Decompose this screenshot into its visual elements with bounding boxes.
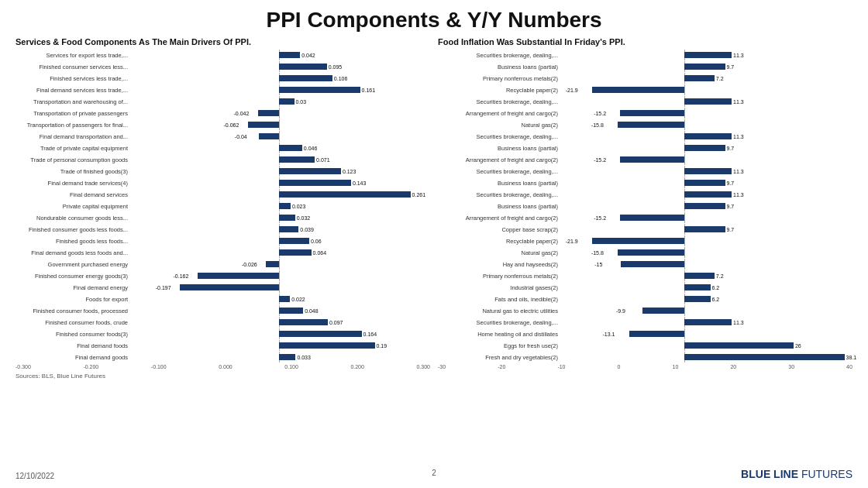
bar-label: Transportation and warehousing of...: [16, 98, 128, 105]
bar-row: Natural gas(2)-15.8: [438, 247, 852, 258]
bar-label: Natural gas to electric utilities: [438, 308, 558, 314]
bar-value-label: 11.3: [733, 192, 744, 198]
bar-fill: [248, 122, 279, 128]
bar-area: 0.022: [128, 294, 430, 304]
bar-value-label: -21.9: [566, 239, 578, 244]
bar-row: Foods for export0.022: [16, 294, 430, 304]
brand-regular: FUTURES: [798, 468, 852, 480]
bar-fill: [684, 145, 725, 151]
bar-area: 0.03: [128, 96, 430, 107]
brand-bold: BLUE LINE: [741, 468, 798, 480]
bar-value-label: 0.033: [297, 355, 311, 360]
bar-fill: [279, 319, 328, 325]
bar-label: Finished consumer energy goods(3): [16, 273, 128, 280]
bar-row: Finished services less trade,...0.106: [16, 73, 430, 84]
bar-area: 0.048: [128, 305, 430, 316]
bar-fill: [279, 238, 309, 244]
bar-label: Arrangement of freight and cargo(2): [438, 156, 558, 163]
bar-row: Trade of private capital equipment0.046: [16, 143, 430, 153]
bar-label: Private capital equipment: [16, 203, 128, 210]
bar-area: 0.097: [128, 317, 430, 328]
zero-line: [684, 212, 685, 223]
bar-value-label: 11.3: [733, 53, 744, 58]
bar-fill: [279, 342, 375, 349]
bar-area: 11.3: [558, 50, 852, 60]
bar-label: Securities brokerage, dealing,...: [438, 133, 558, 140]
bar-area: 0.071: [128, 154, 430, 165]
bar-area: -21.9: [558, 84, 852, 95]
bar-fill: [279, 215, 295, 221]
zero-line: [684, 119, 685, 130]
bar-row: Copper base scrap(2)9.7: [438, 224, 852, 235]
bar-area: 0.106: [128, 73, 430, 84]
bar-label: Primary nonferrous metals(2): [438, 75, 558, 82]
bar-fill: [629, 331, 684, 337]
bar-row: Securities brokerage, dealing,...11.3: [438, 131, 852, 142]
zero-line: [684, 108, 685, 119]
bar-fill: [684, 226, 725, 232]
bar-row: Government purchased energy-0.026: [16, 259, 430, 270]
bar-value-label: 0.042: [301, 53, 315, 58]
bar-row: Arrangement of freight and cargo(2)-15.2: [438, 212, 852, 223]
bar-row: Trade of finished goods(3)0.123: [16, 166, 430, 177]
bar-label: Finished consumer foods, processed: [16, 308, 128, 314]
bar-area: 6.2: [558, 282, 852, 293]
bar-area: 0.06: [128, 235, 430, 246]
bar-label: Nondurable consumer goods less...: [16, 215, 128, 222]
bar-area: 9.7: [558, 143, 852, 153]
zero-line: [279, 259, 280, 270]
bar-row: Finished consumer foods(3)0.164: [16, 328, 430, 339]
bar-value-label: -0.042: [234, 111, 250, 116]
bar-area: 0.261: [128, 189, 430, 200]
bar-area: -15.2: [558, 108, 852, 119]
bar-fill: [684, 52, 732, 58]
bar-value-label: -15.2: [594, 157, 606, 163]
bar-value-label: 0.095: [329, 64, 343, 70]
bar-value-label: -0.062: [224, 122, 239, 128]
bar-value-label: -13.1: [603, 332, 615, 337]
bar-label: Transportation of private passengers: [16, 110, 128, 117]
bar-fill: [618, 249, 684, 256]
bar-label: Final demand goods less foods and...: [16, 249, 128, 256]
bar-label: Primary nonferrous metals(2): [438, 273, 558, 280]
bar-label: Securities brokerage, dealing,...: [438, 319, 558, 326]
bar-row: Finished consumer services less...0.095: [16, 61, 430, 72]
bar-row: Final demand services less trade,...0.16…: [16, 84, 430, 95]
bar-area: -0.062: [128, 119, 430, 130]
bar-row: Fresh and dry vegetables(2)38.1: [438, 352, 852, 363]
bar-row: Transportation of private passengers-0.0…: [16, 108, 430, 119]
bar-value-label: 0.064: [313, 250, 327, 256]
bar-area: 26: [558, 340, 852, 351]
bar-label: Final demand trade services(4): [16, 180, 128, 187]
bar-area: -9.9: [558, 305, 852, 316]
bar-value-label: -15: [594, 262, 602, 267]
bar-label: Arrangement of freight and cargo(2): [438, 215, 558, 222]
left-bar-chart: Services for export less trade,...0.042F…: [16, 50, 430, 363]
bar-fill: [684, 168, 732, 174]
bar-value-label: -0.04: [235, 134, 247, 139]
bar-fill: [684, 273, 715, 279]
bar-fill: [279, 203, 291, 209]
bar-fill: [279, 156, 315, 163]
bar-fill: [684, 284, 711, 290]
bar-value-label: 0.123: [343, 169, 356, 174]
zero-line: [684, 235, 685, 246]
bar-value-label: 9.7: [726, 146, 734, 151]
bar-row: Natural gas to electric utilities-9.9: [438, 305, 852, 316]
bar-label: Final demand goods: [16, 354, 128, 361]
bar-value-label: -0.197: [156, 285, 171, 290]
brand: BLUE LINE FUTURES: [741, 468, 852, 480]
bar-row: Industrial gases(2)6.2: [438, 282, 852, 293]
bar-row: Transportation of passengers for final..…: [16, 119, 430, 130]
bar-value-label: 9.7: [726, 180, 734, 186]
bar-fill: [684, 133, 732, 139]
bar-label: Eggs for fresh use(2): [438, 342, 558, 349]
bar-fill: [198, 273, 279, 279]
bar-area: -15.8: [558, 119, 852, 130]
charts-row: Services & Food Components As The Main D…: [16, 37, 852, 380]
right-subtitle: Food Inflation Was Substantial In Friday…: [438, 37, 852, 46]
bar-area: 11.3: [558, 131, 852, 142]
bar-fill: [618, 122, 684, 128]
bar-fill: [620, 215, 684, 221]
bar-label: Finished goods less foods...: [16, 238, 128, 245]
